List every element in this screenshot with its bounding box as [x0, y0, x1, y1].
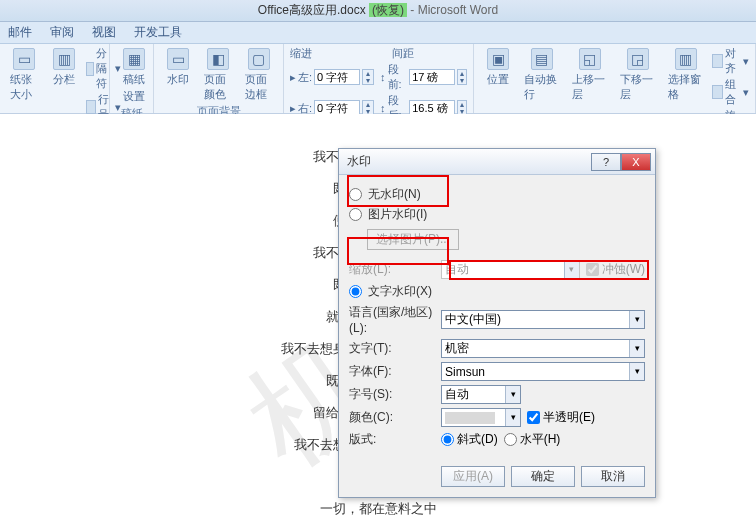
app-name: - Microsoft Word [410, 3, 498, 17]
color-swatch [445, 412, 495, 424]
size-select[interactable]: 自动▾ [441, 385, 521, 404]
language-select[interactable]: 中文(中国)▾ [441, 310, 645, 329]
pagecolor-icon: ◧ [207, 48, 229, 70]
scale-select: 自动▾ [441, 260, 580, 279]
no-watermark-radio[interactable]: 无水印(N) [349, 186, 645, 203]
text-line: 一切，都在意料之中 [178, 500, 578, 518]
diagonal-radio[interactable]: 斜式(D) [441, 431, 498, 448]
align-button[interactable]: 对齐 ▾ [712, 46, 750, 76]
watermark-icon: ▭ [167, 48, 189, 70]
semitransparent-checkbox[interactable]: 半透明(E) [527, 409, 595, 426]
break-icon [86, 62, 94, 76]
tab-mail[interactable]: 邮件 [8, 24, 32, 41]
layout-label: 版式: [349, 431, 435, 448]
page-border-button[interactable]: ▢页面边框 [241, 46, 278, 104]
indent-left-input[interactable]: ▸左:▴▾ [290, 62, 374, 92]
align-icon [712, 54, 723, 68]
ok-button[interactable]: 确定 [511, 466, 575, 487]
page-icon: ▭ [13, 48, 35, 70]
window-titlebar: Office高级应用.docx (恢复) - Microsoft Word [0, 0, 756, 22]
wrap-text-button[interactable]: ▤自动换行 [520, 46, 564, 104]
color-select[interactable]: ▾ [441, 408, 521, 427]
language-label: 语言(国家/地区)(L): [349, 304, 435, 335]
watermark-dialog: 水印 ? X 无水印(N) 图片水印(I) 选择图片(P)... 缩放(L): … [338, 148, 656, 498]
text-label: 文字(T): [349, 340, 435, 357]
chevron-down-icon: ▾ [564, 261, 579, 278]
bring-forward-button[interactable]: ◱上移一层 [568, 46, 612, 104]
dialog-help-button[interactable]: ? [591, 153, 621, 171]
horizontal-radio[interactable]: 水平(H) [504, 431, 561, 448]
border-icon: ▢ [248, 48, 270, 70]
washout-checkbox: 冲蚀(W) [586, 261, 645, 278]
color-label: 颜色(C): [349, 409, 435, 426]
columns-icon: ▥ [53, 48, 75, 70]
ribbon-tabs: 邮件 审阅 视图 开发工具 [0, 22, 756, 44]
dialog-close-button[interactable]: X [621, 153, 651, 171]
chevron-down-icon: ▾ [505, 386, 520, 403]
picture-watermark-radio[interactable]: 图片水印(I) [349, 206, 645, 223]
restored-indicator: (恢复) [369, 3, 407, 17]
dialog-titlebar[interactable]: 水印 ? X [339, 149, 655, 175]
chevron-down-icon: ▾ [629, 311, 644, 328]
dialog-title: 水印 [347, 153, 371, 170]
page-color-button[interactable]: ◧页面颜色 [200, 46, 237, 104]
apply-button[interactable]: 应用(A) [441, 466, 505, 487]
bring-icon: ◱ [579, 48, 601, 70]
chevron-down-icon: ▾ [629, 363, 644, 380]
columns-button[interactable]: ▥分栏 [46, 46, 82, 89]
document-name: Office高级应用.docx [258, 3, 366, 17]
group-icon [712, 85, 723, 99]
watermark-text-select[interactable]: 机密▾ [441, 339, 645, 358]
select-picture-button: 选择图片(P)... [367, 229, 459, 250]
watermark-button[interactable]: ▭水印 [160, 46, 196, 89]
font-label: 字体(F): [349, 363, 435, 380]
send-backward-button[interactable]: ◲下移一层 [616, 46, 660, 104]
manuscript-button[interactable]: ▦稿纸设置 [116, 46, 152, 106]
tab-devtools[interactable]: 开发工具 [134, 24, 182, 41]
position-button[interactable]: ▣位置 [480, 46, 516, 89]
cancel-button[interactable]: 取消 [581, 466, 645, 487]
position-icon: ▣ [487, 48, 509, 70]
manuscript-icon: ▦ [123, 48, 145, 70]
chevron-down-icon: ▾ [629, 340, 644, 357]
space-before-input[interactable]: ↕段前:▴▾ [380, 62, 467, 92]
wrap-icon: ▤ [531, 48, 553, 70]
tab-view[interactable]: 视图 [92, 24, 116, 41]
ribbon: ▭纸张大小 ▥分栏 分隔符 ▾ 行号 ▾ 断字 ▾ 设置 ▦稿纸设置 稿纸 ▭水… [0, 44, 756, 114]
linenum-icon [86, 100, 96, 114]
tab-review[interactable]: 审阅 [50, 24, 74, 41]
text-watermark-radio[interactable]: 文字水印(X) [349, 283, 645, 300]
chevron-down-icon: ▾ [505, 409, 520, 426]
size-label: 字号(S): [349, 386, 435, 403]
font-select[interactable]: Simsun▾ [441, 362, 645, 381]
paper-size-button[interactable]: ▭纸张大小 [6, 46, 42, 104]
selpane-icon: ▥ [675, 48, 697, 70]
selection-pane-button[interactable]: ▥选择窗格 [664, 46, 708, 104]
send-icon: ◲ [627, 48, 649, 70]
scale-label: 缩放(L): [349, 261, 435, 278]
group-objects-button[interactable]: 组合 ▾ [712, 77, 750, 107]
